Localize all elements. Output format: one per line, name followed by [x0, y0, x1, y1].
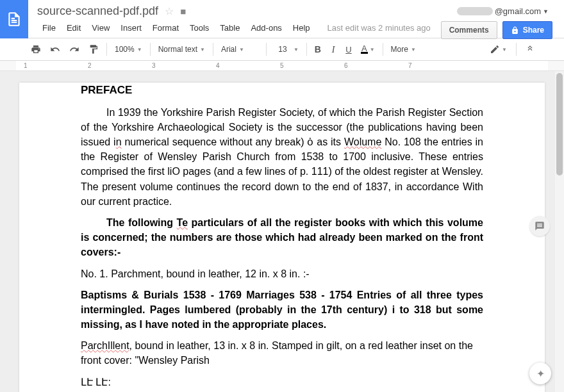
menu-addons[interactable]: Add-ons	[245, 20, 286, 35]
explore-button[interactable]: ✦	[529, 363, 551, 384]
more-button[interactable]: More▼	[387, 44, 420, 55]
paint-format-button[interactable]	[85, 42, 103, 57]
ruler[interactable]: 1 2 3 4 5 6 7	[0, 61, 564, 71]
heading-preface: PREFACE	[81, 83, 483, 99]
editing-mode-button[interactable]: ▼	[486, 42, 511, 57]
collapse-button[interactable]	[522, 42, 538, 57]
menubar-left: source-scanned-pdf.pdf ☆ ■ File Edit Vie…	[28, 0, 441, 35]
folder-icon[interactable]: ■	[180, 6, 186, 17]
share-label: Share	[523, 26, 544, 35]
comments-button[interactable]: Comments	[441, 21, 497, 39]
para-1: In 1939 the Yorkshire Parish Register So…	[81, 105, 483, 209]
chat-button[interactable]	[529, 216, 550, 236]
italic-button[interactable]: I	[326, 42, 340, 57]
font-size-combo[interactable]: 13▼	[270, 44, 303, 55]
scrollbar-thumb[interactable]	[556, 73, 563, 176]
user-email[interactable]: @gmail.com ▼	[457, 6, 549, 16]
para-4: Baptisms & Burials 1538 - 1769 Marriages…	[81, 288, 483, 332]
print-button[interactable]	[27, 42, 45, 57]
para-5: ParchIllent, bound in leather, 13 in. x …	[81, 338, 483, 368]
menu-edit[interactable]: Edit	[62, 20, 86, 35]
doc-content[interactable]: PREFACE In 1939 the Yorkshire Parish Reg…	[81, 83, 483, 389]
para-2: The following Te particulars of all the …	[81, 215, 483, 260]
menu-list: File Edit View Insert Format Tools Table…	[37, 20, 441, 35]
bold-button[interactable]: B	[311, 42, 325, 57]
page[interactable]: PREFACE In 1939 the Yorkshire Parish Reg…	[19, 83, 545, 392]
zoom-combo[interactable]: 100%▼	[111, 44, 146, 55]
para-3: No. 1. Parchment, bound in leather, 12 i…	[81, 266, 483, 281]
menu-view[interactable]: View	[87, 20, 115, 35]
menubar: source-scanned-pdf.pdf ☆ ■ File Edit Vie…	[0, 0, 564, 38]
menu-format[interactable]: Format	[147, 20, 184, 35]
docs-app-icon[interactable]	[0, 0, 28, 38]
caret-down-icon: ▼	[543, 8, 549, 15]
email-suffix: @gmail.com	[495, 6, 541, 16]
undo-button[interactable]	[46, 42, 64, 57]
lock-icon	[511, 26, 519, 35]
scrollbar-vertical[interactable]	[555, 71, 564, 392]
menu-table[interactable]: Table	[215, 20, 245, 35]
doc-area: PREFACE In 1939 the Yorkshire Parish Reg…	[0, 71, 564, 392]
para-6: ԼԷ ԼԷ:	[81, 375, 483, 389]
menu-tools[interactable]: Tools	[185, 20, 214, 35]
font-combo[interactable]: Arial▼	[217, 44, 262, 55]
menu-insert[interactable]: Insert	[115, 20, 147, 35]
underline-button[interactable]: U	[342, 42, 356, 57]
doc-title[interactable]: source-scanned-pdf.pdf	[37, 4, 158, 18]
star-icon[interactable]: ☆	[165, 5, 174, 17]
email-redacted	[457, 7, 493, 15]
redo-button[interactable]	[65, 42, 83, 57]
share-button[interactable]: Share	[502, 21, 552, 39]
menubar-right: @gmail.com ▼ Comments Share	[441, 0, 564, 39]
last-edit-text[interactable]: Last edit was 2 minutes ago	[322, 20, 436, 35]
menu-help[interactable]: Help	[288, 20, 315, 35]
toolbar: 100%▼ Normal text▼ Arial▼ 13▼ B I U A▼ M…	[0, 38, 564, 61]
style-combo[interactable]: Normal text▼	[154, 44, 209, 55]
text-color-button[interactable]: A▼	[357, 42, 379, 57]
menu-file[interactable]: File	[37, 20, 61, 35]
